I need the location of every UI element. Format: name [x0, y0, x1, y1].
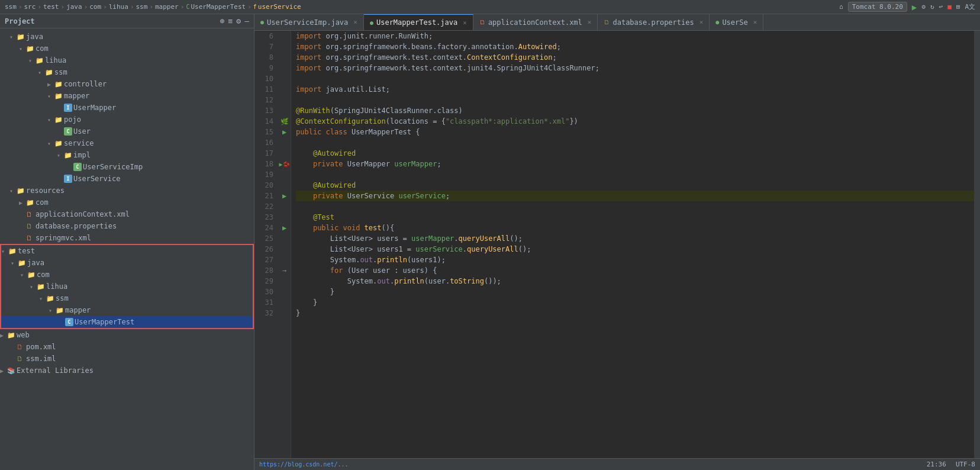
folder-icon: 📁: [54, 92, 64, 100]
code-line-29: System.out.println(user.toString());: [296, 276, 974, 286]
breadcrumb-mapper[interactable]: mapper: [155, 3, 179, 11]
sidebar-tree: ▾ 📁 java ▾ 📁 com ▾ 📁 lihua ▾: [0, 28, 254, 470]
breadcrumb-field[interactable]: userService: [258, 3, 301, 11]
tree-item-service[interactable]: ▾ 📁 service: [0, 137, 254, 149]
vertical-scrollbar[interactable]: [974, 31, 980, 458]
tree-item-res-com[interactable]: ▶ 📁 com: [0, 197, 254, 208]
tree-label: com: [36, 44, 49, 53]
tree-item-test-com[interactable]: ▾ 📁 com: [1, 269, 253, 281]
breadcrumb-com[interactable]: com: [89, 3, 101, 11]
undo-icon[interactable]: ↩: [939, 3, 943, 11]
tomcat-selector[interactable]: Tomcat 8.0.20: [848, 2, 907, 12]
tab-close-icon[interactable]: ×: [753, 18, 757, 26]
gutter-line: [278, 297, 291, 308]
tree-item-web[interactable]: ▶ 📁 web: [0, 329, 254, 341]
code-line-8: import org.springframework.test.context.…: [296, 52, 974, 63]
collapse-icon[interactable]: ≡: [228, 17, 233, 25]
extlibs-icon: 📚: [7, 367, 17, 375]
tab-usermappertest[interactable]: ● UserMapperTest.java ×: [364, 14, 473, 30]
tree-item-mapper[interactable]: ▾ 📁 mapper: [0, 90, 254, 102]
tree-label: pom.xml: [26, 343, 56, 351]
tab-label: applicationContext.xml: [488, 18, 582, 27]
update-icon[interactable]: ↻: [930, 3, 934, 11]
translate-icon[interactable]: A文: [965, 2, 975, 11]
tree-item-pojo[interactable]: ▾ 📁 pojo: [0, 114, 254, 125]
sidebar: Project ⊕ ≡ ⚙ — ▾ 📁 java ▾ 📁 com: [0, 14, 254, 470]
tree-label: lihua: [46, 282, 67, 291]
tree-item-test[interactable]: ▾ 📁 test: [1, 245, 253, 257]
tree-label: com: [36, 198, 49, 207]
tree-item-controller[interactable]: ▶ 📁 controller: [0, 78, 254, 90]
run-icon[interactable]: ▶: [912, 2, 917, 12]
gutter-run-icon[interactable]: ▶: [278, 223, 291, 233]
gutter-line: [278, 180, 291, 191]
gutter-run-icon[interactable]: ▶: [278, 191, 291, 201]
settings-icon[interactable]: ⚙: [236, 17, 241, 25]
breadcrumb-lihua[interactable]: lihua: [109, 3, 128, 11]
window-icon[interactable]: ⊞: [956, 3, 960, 11]
tree-label: com: [37, 271, 50, 279]
tree-item-test-ssm[interactable]: ▾ 📁 ssm: [1, 292, 253, 304]
code-line-27: System.out.println(users1);: [296, 255, 974, 265]
tree-item-springmvc[interactable]: 🗋 springmvc.xml: [0, 232, 254, 244]
tab-label: UserServiceImp.java: [267, 18, 348, 27]
breadcrumb-src[interactable]: src: [24, 3, 36, 11]
breadcrumb-java[interactable]: java: [66, 3, 82, 11]
tree-item-test-mapper[interactable]: ▾ 📁 mapper: [1, 304, 253, 316]
breadcrumb-ssm2[interactable]: ssm: [136, 3, 148, 11]
tree-item-user[interactable]: C User: [0, 125, 254, 137]
gutter-line: [278, 52, 291, 63]
gutter-line: [278, 233, 291, 244]
tree-item-database[interactable]: 🗋 database.properties: [0, 220, 254, 232]
tab-appcontext[interactable]: 🗋 applicationContext.xml ×: [473, 14, 598, 30]
tree-item-extlibs[interactable]: ▶ 📚 External Libraries: [0, 365, 254, 376]
tree-item-userservice[interactable]: I UserService: [0, 173, 254, 185]
tree-item-usermappertest[interactable]: C UserMapperTest: [1, 316, 253, 328]
sync-icon[interactable]: ⊕: [220, 17, 225, 25]
line-col-indicator: 21:36: [927, 461, 946, 468]
folder-icon: 📁: [56, 307, 65, 314]
tree-item-pom[interactable]: 🗋 pom.xml: [0, 341, 254, 353]
gutter-run-icon[interactable]: ▶: [278, 127, 291, 137]
code-editor[interactable]: 6 7 8 9 10 11 12 13 14 15 16 17 18 19 20…: [254, 31, 980, 458]
tree-item-java[interactable]: ▾ 📁 java: [0, 31, 254, 43]
tree-item-userserviceimp[interactable]: C UserServiceImp: [0, 161, 254, 173]
tree-item-test-java[interactable]: ▾ 📁 java: [1, 257, 253, 269]
code-line-23: @Test: [296, 212, 974, 223]
tab-userserviceimp[interactable]: ● UserServiceImp.java ×: [254, 14, 364, 30]
tree-item-resources[interactable]: ▾ 📁 resources: [0, 185, 254, 197]
code-line-19: [296, 169, 974, 180]
tab-close-icon[interactable]: ×: [353, 18, 357, 26]
navigate-icon[interactable]: ⌂: [839, 3, 843, 11]
code-line-25: List<User> users = userMapper.queryUserA…: [296, 233, 974, 244]
code-line-21: private UserService userService;: [296, 191, 974, 201]
breadcrumb-bar: ssm › src › test › java › com › lihua › …: [0, 0, 980, 14]
breadcrumb-file[interactable]: UserMapperTest: [191, 3, 246, 11]
field-icon: f: [253, 4, 257, 10]
tab-userse[interactable]: ● UserSe ×: [710, 14, 763, 30]
code-content[interactable]: import org.junit.runner.RunWith; import …: [291, 31, 974, 458]
tab-database[interactable]: 🗋 database.properties ×: [598, 14, 710, 30]
stop-icon[interactable]: ■: [947, 3, 952, 11]
tab-close-icon[interactable]: ×: [588, 18, 592, 26]
tree-item-ssm[interactable]: ▾ 📁 ssm: [0, 66, 254, 78]
tree-item-lihua[interactable]: ▾ 📁 lihua: [0, 54, 254, 66]
gutter-bean-icon[interactable]: ▶🫘: [278, 159, 291, 169]
tree-item-com[interactable]: ▾ 📁 com: [0, 43, 254, 54]
gutter-spring-icon[interactable]: 🌿: [278, 116, 291, 127]
tree-item-appcontext[interactable]: 🗋 applicationContext.xml: [0, 208, 254, 220]
tree-item-usermapper[interactable]: I UserMapper: [0, 102, 254, 114]
tree-item-impl[interactable]: ▾ 📁 impl: [0, 149, 254, 161]
tab-close-icon[interactable]: ×: [463, 19, 467, 27]
tab-label: UserSe: [722, 18, 747, 27]
tree-item-ssmiml[interactable]: 🗋 ssm.iml: [0, 353, 254, 365]
tab-close-icon[interactable]: ×: [699, 18, 704, 26]
code-line-26: List<User> users1 = userService.queryUse…: [296, 244, 974, 255]
code-line-22: [296, 201, 974, 212]
breadcrumb-test[interactable]: test: [43, 3, 59, 11]
minimize-icon[interactable]: —: [244, 17, 249, 25]
gutter-line: [278, 276, 291, 286]
breadcrumb-ssm[interactable]: ssm: [5, 3, 17, 11]
tree-item-test-lihua[interactable]: ▾ 📁 lihua: [1, 281, 253, 292]
build-icon[interactable]: ⚙: [921, 3, 926, 11]
